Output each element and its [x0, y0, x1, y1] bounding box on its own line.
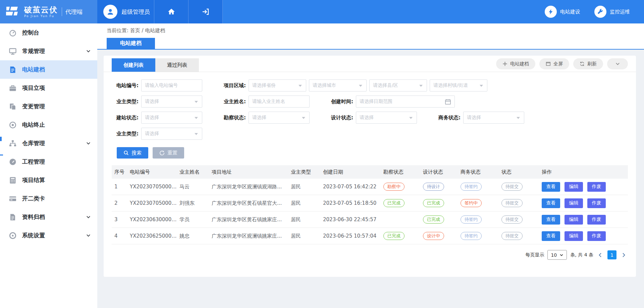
- status-badge: 待提交: [501, 183, 523, 191]
- cell-created: 2023-07-05 16:18:50: [320, 200, 381, 206]
- page-tab-station-archive[interactable]: 电站建档: [107, 38, 155, 49]
- project-region-select-1[interactable]: 请选择省份: [249, 79, 306, 91]
- view-row-button[interactable]: 查看: [542, 182, 560, 192]
- void-row-button[interactable]: 作废: [587, 182, 606, 192]
- tab-pass-list[interactable]: 通过列表: [155, 58, 199, 72]
- cell-address: 广东深圳龙华区观澜镇观湖路...: [209, 184, 288, 190]
- build-status-placeholder: 请选择: [145, 115, 159, 121]
- sidebar-item-station-archive[interactable]: 电站建档: [0, 60, 97, 79]
- nav-monitor-ops[interactable]: 监控运维: [594, 0, 630, 23]
- select-arrow-icon: [359, 85, 362, 87]
- sidebar-item-change-mgmt[interactable]: 变更管理: [0, 97, 97, 116]
- home-icon: [167, 8, 175, 16]
- cell-owner: 刘强东: [177, 200, 209, 206]
- sidebar-item-station-stop[interactable]: 电站终止: [0, 116, 97, 134]
- brand-name: 破茧云伏: [24, 6, 58, 14]
- calendar-icon: [445, 99, 451, 105]
- survey-status-select[interactable]: 请选择: [249, 112, 310, 124]
- view-row-button[interactable]: 查看: [542, 198, 560, 208]
- nav-station-build[interactable]: 电站建设: [545, 0, 580, 23]
- select-arrow-icon: [302, 117, 305, 119]
- filter-label-build-status: 建站状态:: [112, 115, 139, 121]
- void-row-button[interactable]: 作废: [587, 215, 606, 225]
- owner-type-2-select[interactable]: 请选择: [141, 128, 202, 140]
- owner-type-select[interactable]: 请选择: [141, 96, 202, 108]
- project-region-placeholder-4: 请选择村镇/街道: [433, 82, 468, 88]
- cell-code: YX2023070500010: [127, 200, 177, 206]
- create-time-placeholder: 请选择日期范围: [360, 99, 392, 105]
- view-row-button[interactable]: 查看: [542, 231, 560, 241]
- edit-row-button[interactable]: 编辑: [565, 182, 583, 192]
- project-region-select-4[interactable]: 请选择村镇/街道: [430, 79, 487, 91]
- user-icon: [106, 7, 115, 16]
- fullscreen-button[interactable]: 全屏: [539, 58, 569, 69]
- void-row-button[interactable]: 作废: [587, 198, 606, 208]
- cell-created: 2023-06-25 10:57:04: [320, 233, 381, 239]
- business-status-select[interactable]: 请选择: [463, 112, 524, 124]
- wrench-icon: [594, 6, 606, 18]
- owner-name-placeholder: 请输入业主姓名: [252, 99, 285, 105]
- brand-edition: 代理端: [65, 8, 83, 16]
- cell-seq: 3: [112, 217, 127, 223]
- edit-row-button[interactable]: 编辑: [565, 215, 583, 225]
- sidebar-item-warehouse-mgmt[interactable]: 仓库管理: [0, 134, 97, 152]
- cell-code: YX2023063000009: [127, 217, 177, 223]
- edit-row-button[interactable]: 编辑: [565, 231, 583, 241]
- status-badge: 签约中: [461, 199, 482, 207]
- owner-name-input[interactable]: 请输入业主姓名: [249, 96, 310, 108]
- cell-owner: 姚忠: [177, 233, 209, 239]
- logout-button[interactable]: [189, 0, 223, 23]
- sidebar-item-project-settle[interactable]: 项目结算: [0, 171, 97, 189]
- current-page-button[interactable]: 1: [607, 250, 616, 259]
- project-region-select-3[interactable]: 请选择县/区: [369, 79, 427, 91]
- cell-seq: 1: [112, 184, 127, 190]
- build-status-select[interactable]: 请选择: [141, 112, 202, 124]
- reset-button[interactable]: 重置: [153, 147, 184, 159]
- sidebar-item-label: 工程管理: [22, 158, 91, 166]
- chevron-right-icon: [621, 252, 626, 258]
- row-actions: 查看编辑作废: [539, 182, 628, 192]
- breadcrumb-prefix: 当前位置:: [107, 27, 130, 34]
- sidebar-item-label: 电站建档: [22, 66, 91, 73]
- panel-header: 创建列表通过列表 电站建档全屏刷新: [104, 56, 636, 72]
- edit-row-button[interactable]: 编辑: [565, 198, 583, 208]
- collapse-button[interactable]: [607, 58, 628, 69]
- cell-ownerType: 居民: [288, 233, 320, 239]
- user-name: 超级管理员: [121, 8, 150, 16]
- prev-page-button[interactable]: [597, 251, 604, 259]
- column-header: 业主姓名: [177, 169, 209, 175]
- cell-owner: 马云: [177, 184, 209, 190]
- reset-icon: [159, 150, 165, 156]
- topbar: 破茧云伏 Po Jian Yun Fu 代理端 超级管理员 电站建设: [0, 0, 644, 23]
- sidebar-item-file-archive[interactable]: 资料归档: [0, 208, 97, 226]
- design-status-select[interactable]: 请选择: [356, 112, 417, 124]
- home-button[interactable]: [154, 0, 189, 23]
- filter-field-owner-type: 业主类型:请选择: [112, 96, 202, 108]
- add-station-button[interactable]: 电站建档: [496, 58, 535, 69]
- row-actions: 查看编辑作废: [539, 215, 628, 225]
- tab-create-list[interactable]: 创建列表: [112, 58, 155, 72]
- refresh-button[interactable]: 刷新: [573, 58, 603, 69]
- page-size-select[interactable]: 10: [547, 250, 567, 260]
- dashboard-icon: [9, 29, 17, 37]
- sidebar-item-project-mgmt[interactable]: 工程管理: [0, 152, 97, 171]
- create-time-input[interactable]: 请选择日期范围: [356, 96, 455, 108]
- sidebar-item-open-card[interactable]: 开二类卡: [0, 189, 97, 208]
- search-button[interactable]: 搜索: [117, 147, 148, 159]
- view-row-button[interactable]: 查看: [542, 215, 560, 225]
- doc-icon: [9, 66, 17, 74]
- owner-type-placeholder: 请选择: [145, 99, 159, 105]
- next-page-button[interactable]: [620, 251, 627, 259]
- sidebar-item-console[interactable]: 控制台: [0, 23, 97, 42]
- sidebar-item-project-setup[interactable]: 项目立项: [0, 79, 97, 97]
- file-icon: [9, 213, 17, 221]
- column-header: 业主类型: [288, 169, 320, 175]
- filter-label-business-status: 商务状态:: [434, 115, 461, 121]
- void-row-button[interactable]: 作废: [587, 231, 606, 241]
- station-code-input[interactable]: 请输入电站编号: [141, 79, 202, 91]
- user-menu[interactable]: 超级管理员: [97, 0, 154, 23]
- sidebar-scroll-mark: [0, 137, 2, 141]
- project-region-select-2[interactable]: 请选择城市: [309, 79, 367, 91]
- sidebar-item-system-settings[interactable]: 系统设置: [0, 226, 97, 245]
- sidebar-item-regular-mgmt[interactable]: 常规管理: [0, 42, 97, 60]
